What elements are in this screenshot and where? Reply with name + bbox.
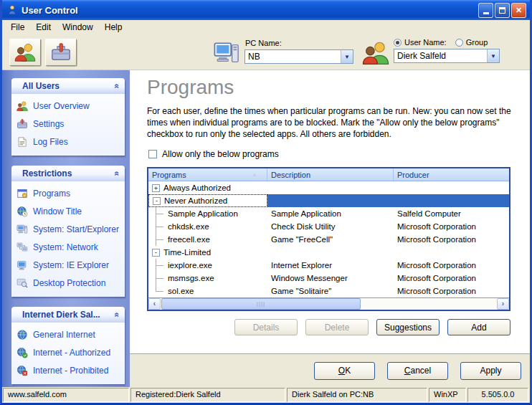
table-row[interactable]: freecell.exe Game "FreeCell" Microsoft C… (148, 233, 509, 246)
maximize-button[interactable] (495, 3, 510, 18)
sidebar-section-restrictions: Restrictions « Programs Window Title Sys… (11, 166, 125, 297)
section-header-internet[interactable]: Internet Dierk Sal... « (11, 307, 125, 323)
computer-icon (16, 224, 28, 235)
close-button[interactable]: ✕ (511, 3, 526, 18)
maximize-icon (499, 7, 505, 14)
tree-line (148, 233, 168, 246)
status-website: www.salfeld.com (3, 388, 129, 402)
apply-button[interactable]: Apply (460, 362, 521, 380)
toolbox-icon (50, 42, 72, 63)
delete-button[interactable]: Delete (305, 319, 369, 335)
column-header-programs[interactable]: Programs ▲ (148, 168, 267, 181)
user-select[interactable]: Dierk Salfeld ▼ (394, 49, 500, 63)
allow-only-checkbox[interactable] (148, 150, 157, 158)
sidebar-item-system-network[interactable]: System: Network (16, 242, 122, 253)
table-row[interactable]: iexplore.exe Internet Explorer Microsoft… (148, 259, 509, 272)
section-header-restrictions[interactable]: Restrictions « (11, 166, 125, 181)
scroll-right-icon[interactable]: › (497, 298, 509, 310)
sidebar-item-label: User Overview (33, 101, 90, 111)
sidebar-item-label: System: IE Explorer (33, 260, 109, 270)
table-row-group[interactable]: -Time-Limited (148, 246, 509, 259)
tree-line (148, 220, 168, 233)
programs-table: Programs ▲ Description Producer +Always … (147, 167, 510, 311)
sidebar-item-window-title[interactable]: Window Title (16, 206, 122, 217)
users-toolbar-button[interactable] (9, 39, 41, 66)
collapse-icon[interactable]: - (152, 249, 160, 257)
menu-edit[interactable]: Edit (30, 21, 57, 34)
users-icon (362, 39, 389, 67)
main-content: Programs For each user, define the times… (130, 70, 530, 387)
tree-line (148, 272, 168, 285)
table-row[interactable]: Sample Application Sample Application Sa… (148, 207, 509, 220)
table-row[interactable]: sol.exe Game "Solitaire" Microsoft Corpo… (148, 285, 509, 297)
table-row-group-selected[interactable]: -Never Authorized (148, 194, 509, 207)
desktop-search-icon (16, 277, 28, 289)
chevron-up-icon[interactable]: « (113, 171, 123, 176)
sidebar-item-label: Window Title (33, 206, 82, 216)
section-header-all-users[interactable]: All Users « (11, 78, 125, 94)
sidebar-item-general-internet[interactable]: General Internet (16, 329, 122, 340)
dropdown-arrow-icon[interactable]: ▼ (487, 49, 499, 62)
monitor-icon (16, 259, 28, 271)
sidebar-item-programs[interactable]: Programs (16, 188, 122, 199)
title-bar: User Control ✕ (2, 0, 530, 20)
sidebar-item-internet-prohibited[interactable]: Internet - Prohibited (16, 365, 122, 376)
group-radio[interactable] (455, 39, 463, 47)
computer-icon (213, 39, 240, 67)
add-button[interactable]: Add (447, 319, 510, 335)
sidebar-item-log-files[interactable]: Log Files (16, 136, 122, 148)
expand-icon[interactable]: + (152, 184, 160, 192)
sidebar-item-system-ie-explorer[interactable]: System: IE Explorer (16, 259, 122, 271)
menu-window[interactable]: Window (57, 21, 99, 34)
table-row-group[interactable]: +Always Authorized (148, 181, 509, 194)
user-name-radio[interactable] (394, 39, 402, 47)
details-button[interactable]: Details (234, 319, 298, 335)
minimize-button[interactable] (478, 3, 493, 18)
column-header-producer[interactable]: Producer (394, 168, 509, 181)
users-icon (16, 100, 28, 112)
status-version: 5.505.0.0 (467, 388, 528, 402)
sidebar-item-desktop-protection[interactable]: Desktop Protection (16, 277, 122, 289)
toolbox-icon (16, 118, 28, 130)
table-row[interactable]: chkdsk.exe Check Disk Utility Microsoft … (148, 220, 509, 233)
tree-line (148, 285, 168, 297)
globe-check-icon (16, 347, 28, 358)
column-header-description[interactable]: Description (267, 168, 394, 181)
chevron-up-icon[interactable]: « (113, 313, 123, 318)
sidebar-item-settings[interactable]: Settings (16, 118, 122, 130)
allow-only-checkbox-label: Allow only the below programs (162, 149, 279, 159)
network-icon (16, 242, 28, 253)
cancel-button[interactable]: Cancel (387, 362, 448, 380)
globe-icon (16, 329, 28, 340)
suggestions-button[interactable]: Suggestions (376, 319, 440, 335)
menu-help[interactable]: Help (99, 21, 128, 34)
close-icon: ✕ (516, 6, 522, 15)
sidebar-item-internet-authorized[interactable]: Internet - Authorized (16, 347, 122, 358)
scroll-left-icon[interactable]: ‹ (148, 298, 161, 310)
table-row[interactable]: msmsgs.exe Windows Messenger Microsoft C… (148, 272, 509, 285)
sidebar-item-label: Internet - Prohibited (33, 366, 108, 376)
group-radio-label: Group (466, 38, 488, 47)
sidebar: All Users « User Overview Settings Log F… (2, 70, 130, 387)
status-registered: Registered:Dierk Salfeld (130, 388, 285, 402)
pc-name-select[interactable]: NB ▼ (244, 49, 353, 64)
ok-button[interactable]: OK (314, 362, 375, 380)
sidebar-item-label: Settings (33, 119, 64, 129)
sidebar-item-user-overview[interactable]: User Overview (16, 100, 122, 112)
dropdown-arrow-icon[interactable]: ▼ (341, 50, 353, 63)
user-select-value: Dierk Salfeld (394, 51, 487, 61)
chevron-up-icon[interactable]: « (113, 84, 123, 89)
sidebar-item-system-start-explorer[interactable]: System: Start/Explorer (16, 224, 122, 235)
scrollbar-thumb[interactable]: |||| (161, 298, 361, 310)
user-name-radio-label: User Name: (404, 38, 447, 47)
menu-file[interactable]: File (5, 21, 30, 34)
toolbox-toolbar-button[interactable] (45, 39, 77, 66)
collapse-icon[interactable]: - (153, 197, 161, 205)
globe-clock-icon (16, 206, 28, 217)
tree-line (148, 259, 168, 272)
sidebar-section-internet: Internet Dierk Sal... « General Internet… (11, 307, 125, 384)
sidebar-item-label: System: Start/Explorer (33, 224, 119, 234)
horizontal-scrollbar[interactable]: ‹ |||| › (148, 297, 509, 310)
scrollbar-grip: |||| (257, 301, 265, 307)
status-os: WinXP (429, 388, 466, 402)
